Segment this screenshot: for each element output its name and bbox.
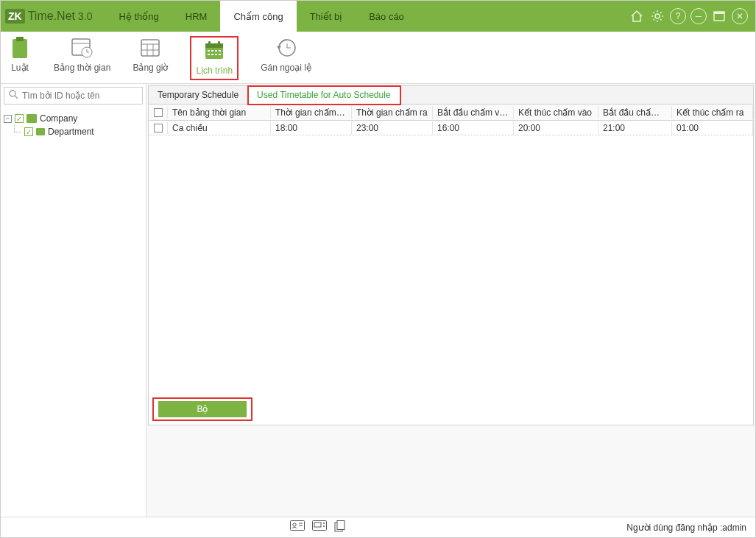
svg-rect-23	[215, 54, 217, 55]
cell-begin-out: 21:00	[598, 121, 672, 135]
copy-icon[interactable]	[334, 520, 346, 534]
device-icon[interactable]	[312, 520, 327, 534]
tree-node-department[interactable]: ✓ Department	[4, 125, 143, 138]
tool-schedule[interactable]: Lịch trình	[190, 36, 239, 80]
tree-node-company[interactable]: − ✓ Company	[4, 112, 143, 125]
subtab-temporary-label: Temporary Schedule	[158, 90, 239, 100]
content-area: Temporary Schedule Used Timetable for Au…	[146, 84, 755, 517]
close-icon[interactable]: ✕	[732, 8, 748, 24]
home-icon[interactable]	[629, 8, 645, 24]
cell-checkin: 18:00	[271, 121, 352, 135]
col-name[interactable]: Tên bảng thời gian	[168, 106, 271, 119]
tool-timetable[interactable]: Bảng thời gian	[54, 36, 110, 73]
app-header: ZK Time.Net 3.0 Hệ thống HRM Chấm công T…	[1, 1, 755, 32]
tool-exception[interactable]: Gán ngoại lệ	[261, 36, 311, 73]
id-card-icon[interactable]	[290, 520, 305, 534]
tab-device-label: Thiết bị	[310, 11, 343, 22]
status-user: Người dùng đăng nhập :admin	[626, 523, 746, 533]
logo-version: 3.0	[78, 10, 92, 22]
status-user-name: admin	[722, 523, 746, 533]
checkbox-icon[interactable]	[154, 124, 163, 132]
minimize-icon[interactable]: ─	[690, 8, 707, 24]
gear-icon[interactable]	[649, 8, 665, 24]
svg-point-36	[323, 525, 325, 527]
tool-timetable-label: Bảng thời gian	[54, 63, 110, 73]
toolbar: Luật Bảng thời gian Bảng giờ Lịch trình …	[1, 32, 755, 84]
company-icon	[27, 114, 37, 123]
svg-rect-8	[141, 40, 159, 56]
search-input[interactable]	[22, 91, 138, 101]
col-end-out[interactable]: Kết thúc chấm ra	[672, 106, 753, 119]
checkbox-company[interactable]: ✓	[15, 114, 24, 123]
tab-hrm[interactable]: HRM	[172, 1, 221, 32]
subtab-used-label: Used Timetable for Auto Schedule	[257, 90, 390, 100]
subtab-temporary[interactable]: Temporary Schedule	[149, 86, 248, 104]
svg-point-35	[323, 523, 325, 524]
maximize-icon[interactable]	[711, 8, 727, 24]
tool-shift-label: Bảng giờ	[133, 63, 168, 73]
svg-rect-21	[208, 54, 210, 55]
status-bar: Người dùng đăng nhập :admin	[1, 517, 755, 537]
row-checkbox-cell[interactable]	[149, 122, 168, 134]
action-bar: Bộ	[149, 394, 753, 425]
svg-rect-19	[215, 50, 217, 52]
svg-point-27	[10, 91, 15, 96]
cell-checkout: 23:00	[352, 121, 433, 135]
department-icon	[36, 128, 45, 135]
grid-header: Tên bảng thời gian Thời gian chấm vào Th…	[149, 105, 753, 121]
calendar-grid-icon	[138, 36, 162, 60]
sidebar: − ✓ Company ✓ Department	[1, 84, 146, 517]
svg-rect-24	[219, 54, 221, 55]
subtab-used-timetable[interactable]: Used Timetable for Auto Schedule	[248, 86, 400, 105]
help-icon[interactable]: ?	[670, 8, 686, 24]
calendar-icon	[202, 39, 226, 63]
set-button[interactable]: Bộ	[158, 401, 247, 417]
svg-rect-34	[314, 523, 321, 527]
tree-company-label: Company	[40, 113, 77, 124]
svg-rect-2	[714, 12, 724, 14]
svg-rect-15	[208, 41, 211, 46]
checkbox-icon[interactable]	[154, 108, 163, 117]
search-box[interactable]	[4, 87, 143, 105]
col-checkout[interactable]: Thời gian chấm ra	[352, 106, 433, 119]
col-begin-out[interactable]: Bắt đầu chấm ra	[598, 106, 672, 119]
cell-name: Ca chiều	[168, 121, 271, 135]
svg-rect-3	[13, 39, 27, 58]
collapse-icon[interactable]: −	[4, 115, 12, 123]
tree-department-label: Department	[48, 127, 94, 137]
svg-rect-16	[218, 41, 220, 46]
app-logo: ZK Time.Net 3.0	[1, 1, 99, 32]
logo-badge: ZK	[5, 9, 25, 24]
svg-line-28	[15, 96, 18, 99]
cell-begin-in: 16:00	[433, 121, 514, 135]
tab-report[interactable]: Báo cáo	[356, 1, 417, 32]
svg-rect-22	[211, 54, 213, 55]
logo-text: Time.Net	[28, 10, 75, 23]
col-end-in[interactable]: Kết thúc chấm vào	[514, 106, 598, 119]
header-checkbox-cell[interactable]	[149, 107, 168, 118]
col-begin-in[interactable]: Bắt đầu chấm vào	[433, 106, 514, 119]
tool-law[interactable]: Luật	[8, 36, 32, 73]
set-button-label: Bộ	[197, 404, 208, 414]
svg-marker-26	[277, 46, 281, 49]
svg-rect-14	[205, 43, 223, 48]
tool-shift[interactable]: Bảng giờ	[133, 36, 168, 73]
set-button-highlight: Bộ	[152, 397, 252, 421]
tab-report-label: Báo cáo	[369, 11, 404, 22]
calendar-clock-icon	[71, 36, 94, 60]
tab-system[interactable]: Hệ thống	[105, 1, 172, 32]
col-checkin[interactable]: Thời gian chấm vào	[271, 106, 352, 119]
sub-tabs: Temporary Schedule Used Timetable for Au…	[149, 86, 753, 105]
main-tabs: Hệ thống HRM Chấm công Thiết bị Báo cáo	[105, 1, 417, 32]
tab-attendance-label: Chấm công	[233, 11, 283, 22]
table-row[interactable]: Ca chiều 18:00 23:00 16:00 20:00 21:00 0…	[149, 121, 753, 135]
tab-system-label: Hệ thống	[119, 11, 158, 22]
tab-attendance[interactable]: Chấm công	[220, 1, 296, 32]
tool-exception-label: Gán ngoại lệ	[261, 63, 311, 73]
checkbox-department[interactable]: ✓	[24, 127, 33, 136]
header-controls: ? ─ ✕	[629, 1, 755, 32]
tab-device[interactable]: Thiết bị	[297, 1, 356, 32]
clipboard-icon	[8, 36, 32, 60]
undo-clock-icon	[274, 36, 297, 60]
search-icon	[9, 90, 18, 102]
